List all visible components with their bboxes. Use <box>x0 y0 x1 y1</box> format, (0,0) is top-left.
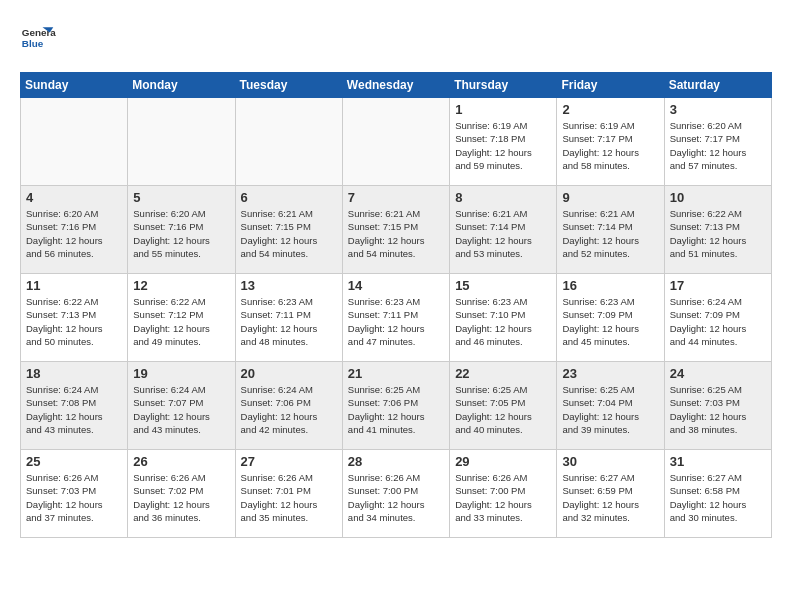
day-info: Sunrise: 6:25 AM Sunset: 7:06 PM Dayligh… <box>348 383 444 436</box>
calendar-cell: 29Sunrise: 6:26 AM Sunset: 7:00 PM Dayli… <box>450 450 557 538</box>
day-info: Sunrise: 6:25 AM Sunset: 7:03 PM Dayligh… <box>670 383 766 436</box>
calendar-cell: 2Sunrise: 6:19 AM Sunset: 7:17 PM Daylig… <box>557 98 664 186</box>
day-info: Sunrise: 6:25 AM Sunset: 7:04 PM Dayligh… <box>562 383 658 436</box>
calendar-cell: 16Sunrise: 6:23 AM Sunset: 7:09 PM Dayli… <box>557 274 664 362</box>
day-info: Sunrise: 6:27 AM Sunset: 6:59 PM Dayligh… <box>562 471 658 524</box>
day-number: 28 <box>348 454 444 469</box>
page-header: General Blue <box>20 20 772 56</box>
calendar-cell <box>128 98 235 186</box>
day-info: Sunrise: 6:26 AM Sunset: 7:00 PM Dayligh… <box>348 471 444 524</box>
day-info: Sunrise: 6:24 AM Sunset: 7:08 PM Dayligh… <box>26 383 122 436</box>
day-number: 10 <box>670 190 766 205</box>
column-header-saturday: Saturday <box>664 73 771 98</box>
day-number: 12 <box>133 278 229 293</box>
day-info: Sunrise: 6:24 AM Sunset: 7:06 PM Dayligh… <box>241 383 337 436</box>
calendar-cell: 14Sunrise: 6:23 AM Sunset: 7:11 PM Dayli… <box>342 274 449 362</box>
calendar-cell: 25Sunrise: 6:26 AM Sunset: 7:03 PM Dayli… <box>21 450 128 538</box>
day-number: 5 <box>133 190 229 205</box>
calendar-week-row: 25Sunrise: 6:26 AM Sunset: 7:03 PM Dayli… <box>21 450 772 538</box>
day-info: Sunrise: 6:20 AM Sunset: 7:16 PM Dayligh… <box>133 207 229 260</box>
day-number: 27 <box>241 454 337 469</box>
calendar-cell: 9Sunrise: 6:21 AM Sunset: 7:14 PM Daylig… <box>557 186 664 274</box>
calendar-cell: 3Sunrise: 6:20 AM Sunset: 7:17 PM Daylig… <box>664 98 771 186</box>
day-number: 31 <box>670 454 766 469</box>
calendar-cell: 15Sunrise: 6:23 AM Sunset: 7:10 PM Dayli… <box>450 274 557 362</box>
day-number: 30 <box>562 454 658 469</box>
day-info: Sunrise: 6:23 AM Sunset: 7:10 PM Dayligh… <box>455 295 551 348</box>
day-number: 8 <box>455 190 551 205</box>
day-number: 6 <box>241 190 337 205</box>
day-info: Sunrise: 6:22 AM Sunset: 7:12 PM Dayligh… <box>133 295 229 348</box>
calendar-cell: 5Sunrise: 6:20 AM Sunset: 7:16 PM Daylig… <box>128 186 235 274</box>
day-number: 9 <box>562 190 658 205</box>
column-header-thursday: Thursday <box>450 73 557 98</box>
column-header-tuesday: Tuesday <box>235 73 342 98</box>
day-number: 23 <box>562 366 658 381</box>
calendar-week-row: 18Sunrise: 6:24 AM Sunset: 7:08 PM Dayli… <box>21 362 772 450</box>
day-number: 13 <box>241 278 337 293</box>
day-number: 21 <box>348 366 444 381</box>
calendar-cell: 31Sunrise: 6:27 AM Sunset: 6:58 PM Dayli… <box>664 450 771 538</box>
day-info: Sunrise: 6:22 AM Sunset: 7:13 PM Dayligh… <box>670 207 766 260</box>
calendar-cell: 23Sunrise: 6:25 AM Sunset: 7:04 PM Dayli… <box>557 362 664 450</box>
calendar-cell: 28Sunrise: 6:26 AM Sunset: 7:00 PM Dayli… <box>342 450 449 538</box>
calendar-week-row: 4Sunrise: 6:20 AM Sunset: 7:16 PM Daylig… <box>21 186 772 274</box>
day-info: Sunrise: 6:21 AM Sunset: 7:15 PM Dayligh… <box>241 207 337 260</box>
day-info: Sunrise: 6:23 AM Sunset: 7:11 PM Dayligh… <box>241 295 337 348</box>
logo-icon: General Blue <box>20 20 56 56</box>
calendar-cell <box>342 98 449 186</box>
day-info: Sunrise: 6:27 AM Sunset: 6:58 PM Dayligh… <box>670 471 766 524</box>
column-header-monday: Monday <box>128 73 235 98</box>
day-info: Sunrise: 6:21 AM Sunset: 7:14 PM Dayligh… <box>455 207 551 260</box>
calendar-cell: 26Sunrise: 6:26 AM Sunset: 7:02 PM Dayli… <box>128 450 235 538</box>
day-info: Sunrise: 6:24 AM Sunset: 7:09 PM Dayligh… <box>670 295 766 348</box>
day-info: Sunrise: 6:21 AM Sunset: 7:14 PM Dayligh… <box>562 207 658 260</box>
header-row: SundayMondayTuesdayWednesdayThursdayFrid… <box>21 73 772 98</box>
calendar-cell: 30Sunrise: 6:27 AM Sunset: 6:59 PM Dayli… <box>557 450 664 538</box>
day-number: 4 <box>26 190 122 205</box>
calendar-cell: 17Sunrise: 6:24 AM Sunset: 7:09 PM Dayli… <box>664 274 771 362</box>
calendar-cell: 22Sunrise: 6:25 AM Sunset: 7:05 PM Dayli… <box>450 362 557 450</box>
day-info: Sunrise: 6:22 AM Sunset: 7:13 PM Dayligh… <box>26 295 122 348</box>
calendar-cell: 27Sunrise: 6:26 AM Sunset: 7:01 PM Dayli… <box>235 450 342 538</box>
day-number: 22 <box>455 366 551 381</box>
calendar-cell: 19Sunrise: 6:24 AM Sunset: 7:07 PM Dayli… <box>128 362 235 450</box>
day-info: Sunrise: 6:26 AM Sunset: 7:00 PM Dayligh… <box>455 471 551 524</box>
calendar-cell: 6Sunrise: 6:21 AM Sunset: 7:15 PM Daylig… <box>235 186 342 274</box>
day-info: Sunrise: 6:25 AM Sunset: 7:05 PM Dayligh… <box>455 383 551 436</box>
calendar-cell: 24Sunrise: 6:25 AM Sunset: 7:03 PM Dayli… <box>664 362 771 450</box>
day-info: Sunrise: 6:19 AM Sunset: 7:17 PM Dayligh… <box>562 119 658 172</box>
calendar-week-row: 1Sunrise: 6:19 AM Sunset: 7:18 PM Daylig… <box>21 98 772 186</box>
calendar-cell: 4Sunrise: 6:20 AM Sunset: 7:16 PM Daylig… <box>21 186 128 274</box>
calendar-cell <box>235 98 342 186</box>
day-info: Sunrise: 6:19 AM Sunset: 7:18 PM Dayligh… <box>455 119 551 172</box>
calendar-cell: 20Sunrise: 6:24 AM Sunset: 7:06 PM Dayli… <box>235 362 342 450</box>
day-number: 14 <box>348 278 444 293</box>
day-number: 19 <box>133 366 229 381</box>
day-info: Sunrise: 6:26 AM Sunset: 7:02 PM Dayligh… <box>133 471 229 524</box>
day-info: Sunrise: 6:23 AM Sunset: 7:09 PM Dayligh… <box>562 295 658 348</box>
calendar-cell: 18Sunrise: 6:24 AM Sunset: 7:08 PM Dayli… <box>21 362 128 450</box>
day-number: 16 <box>562 278 658 293</box>
calendar-week-row: 11Sunrise: 6:22 AM Sunset: 7:13 PM Dayli… <box>21 274 772 362</box>
calendar-cell: 7Sunrise: 6:21 AM Sunset: 7:15 PM Daylig… <box>342 186 449 274</box>
logo: General Blue <box>20 20 60 56</box>
calendar-cell: 12Sunrise: 6:22 AM Sunset: 7:12 PM Dayli… <box>128 274 235 362</box>
calendar-cell <box>21 98 128 186</box>
day-number: 11 <box>26 278 122 293</box>
day-number: 26 <box>133 454 229 469</box>
day-number: 1 <box>455 102 551 117</box>
day-number: 7 <box>348 190 444 205</box>
day-info: Sunrise: 6:21 AM Sunset: 7:15 PM Dayligh… <box>348 207 444 260</box>
day-number: 17 <box>670 278 766 293</box>
day-number: 18 <box>26 366 122 381</box>
day-number: 3 <box>670 102 766 117</box>
column-header-wednesday: Wednesday <box>342 73 449 98</box>
calendar-cell: 1Sunrise: 6:19 AM Sunset: 7:18 PM Daylig… <box>450 98 557 186</box>
calendar-cell: 11Sunrise: 6:22 AM Sunset: 7:13 PM Dayli… <box>21 274 128 362</box>
calendar-cell: 13Sunrise: 6:23 AM Sunset: 7:11 PM Dayli… <box>235 274 342 362</box>
day-info: Sunrise: 6:26 AM Sunset: 7:03 PM Dayligh… <box>26 471 122 524</box>
column-header-sunday: Sunday <box>21 73 128 98</box>
day-info: Sunrise: 6:20 AM Sunset: 7:16 PM Dayligh… <box>26 207 122 260</box>
day-number: 25 <box>26 454 122 469</box>
